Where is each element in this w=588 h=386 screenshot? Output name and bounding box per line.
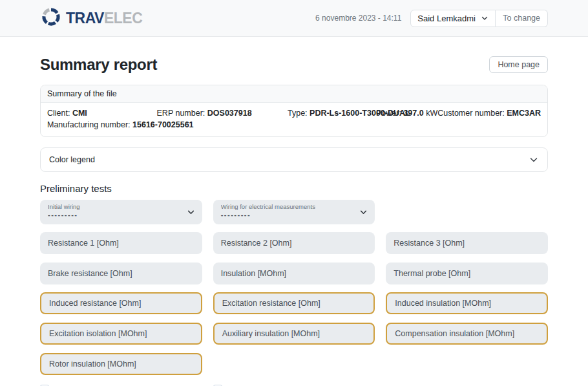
- chevron-down-icon: [187, 208, 195, 216]
- test-field[interactable]: Resistance 1 [Ohm]: [40, 232, 202, 254]
- summary-field: Type: PDR-Ls-1600-T3000-DUAL: [288, 109, 376, 118]
- travelec-swirl-icon: [40, 6, 62, 30]
- test-field[interactable]: Resistance 3 [Ohm]: [386, 232, 548, 254]
- wiring-select[interactable]: Wiring for electrical measurements -----…: [213, 200, 375, 224]
- summary-field: ERP number: DOS037918: [157, 109, 288, 118]
- travelec-logo[interactable]: TRAVELEC: [40, 6, 142, 30]
- chevron-down-icon: [359, 208, 368, 216]
- select-label: Wiring for electrical measurements: [221, 203, 356, 210]
- color-legend-label: Color legend: [49, 155, 95, 164]
- main-content: Summary report Home page Summary of the …: [40, 37, 548, 386]
- test-field[interactable]: Thermal probe [Ohm]: [386, 263, 548, 284]
- page-title: Summary report: [40, 56, 157, 74]
- summary-field: Customer number: EMC3AR: [437, 109, 541, 118]
- test-field[interactable]: Brake resistance [Ohm]: [40, 263, 202, 284]
- summary-card-title: Summary of the file: [41, 85, 547, 103]
- chevron-down-icon: [481, 14, 488, 22]
- to-change-button[interactable]: To change: [496, 10, 548, 27]
- wiring-selects: Initial wiring --------- Wiring for elec…: [40, 200, 548, 224]
- manufacturing-number: Manufacturing number: 15616-70025561: [47, 120, 541, 129]
- summary-card: Summary of the file Client: CMI ERP numb…: [40, 85, 548, 137]
- test-field-warning[interactable]: Compensation insulation [MOhm]: [386, 323, 548, 345]
- test-field-warning[interactable]: Rotor insulation [MOhm]: [40, 353, 202, 375]
- select-value: ---------: [221, 210, 356, 219]
- test-field-warning[interactable]: Induced insulation [MOhm]: [386, 292, 548, 314]
- plain-test-fields: Resistance 1 [Ohm] Resistance 2 [Ohm] Re…: [40, 232, 548, 284]
- test-field-warning[interactable]: Excitation resistance [Ohm]: [213, 292, 375, 314]
- summary-field: Power: 397.0 kW: [376, 109, 437, 118]
- summary-fields: Client: CMI ERP number: DOS037918 Type: …: [47, 109, 541, 118]
- test-field[interactable]: Resistance 2 [Ohm]: [213, 232, 375, 254]
- top-bar: TRAVELEC 6 novembre 2023 - 14:11 Said Le…: [0, 0, 588, 37]
- select-value: ---------: [48, 210, 183, 219]
- test-field-warning[interactable]: Excitation isolation [MOhm]: [40, 323, 202, 345]
- chevron-down-icon: [529, 155, 539, 165]
- page: TRAVELEC 6 novembre 2023 - 14:11 Said Le…: [0, 0, 588, 386]
- user-select[interactable]: Said Lemkadmi: [410, 10, 496, 27]
- warning-test-fields: Induced resistance [Ohm] Excitation resi…: [40, 292, 548, 375]
- summary-field: Client: CMI: [47, 109, 157, 118]
- wiring-select[interactable]: Initial wiring ---------: [40, 200, 202, 224]
- preliminary-tests-title: Preliminary tests: [40, 183, 548, 194]
- test-field-warning[interactable]: Auxiliary insulation [MOhm]: [213, 323, 375, 345]
- select-label: Initial wiring: [48, 203, 183, 210]
- datetime-text: 6 novembre 2023 - 14:11: [315, 14, 401, 23]
- color-legend-toggle[interactable]: Color legend: [40, 147, 548, 172]
- test-field[interactable]: Insulation [MOhm]: [213, 263, 375, 284]
- user-select-value: Said Lemkadmi: [417, 14, 476, 23]
- logo-wordmark: TRAVELEC: [66, 10, 142, 27]
- home-page-button[interactable]: Home page: [489, 56, 548, 73]
- test-field-warning[interactable]: Induced resistance [Ohm]: [40, 292, 202, 314]
